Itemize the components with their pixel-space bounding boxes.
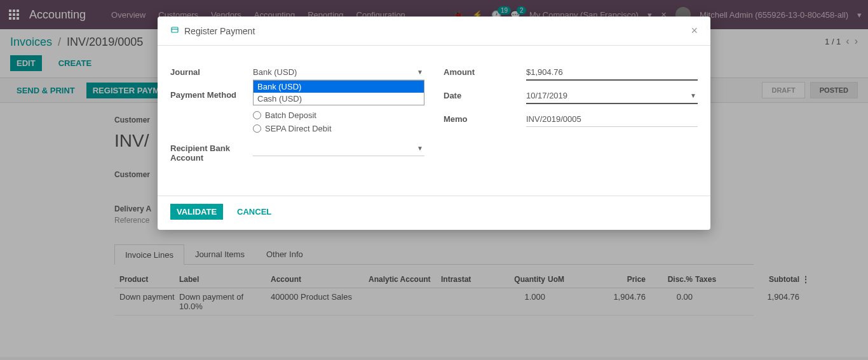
journal-option-cash[interactable]: Cash (USD) xyxy=(254,93,424,105)
pm-sepa-label: SEPA Direct Debit xyxy=(265,124,332,133)
modal-footer: VALIDATE CANCEL xyxy=(158,196,710,230)
memo-input[interactable] xyxy=(526,112,698,127)
svg-rect-9 xyxy=(172,27,178,32)
modal-body: Journal ▼ Bank (USD) Cash (USD) Payment … xyxy=(158,46,710,196)
payment-method-label: Payment Method xyxy=(170,88,253,100)
recipient-bank-input[interactable] xyxy=(253,141,424,156)
amount-row: Amount xyxy=(444,65,698,81)
date-row: Date ▼ xyxy=(444,88,698,104)
memo-control xyxy=(526,112,698,127)
journal-row: Journal ▼ Bank (USD) Cash (USD) xyxy=(170,65,424,80)
memo-row: Memo xyxy=(444,112,698,127)
recipient-bank-label: Recipient Bank Account xyxy=(170,141,253,163)
journal-control: ▼ Bank (USD) Cash (USD) xyxy=(253,65,424,80)
journal-dropdown: Bank (USD) Cash (USD) xyxy=(253,80,424,105)
journal-input[interactable] xyxy=(253,65,424,80)
pm-batch-deposit[interactable]: Batch Deposit xyxy=(253,110,424,120)
recipient-bank-row: Recipient Bank Account ▼ xyxy=(170,141,424,163)
date-input[interactable] xyxy=(526,88,698,104)
register-payment-modal: Register Payment × Journal ▼ Bank (USD) … xyxy=(158,17,710,230)
journal-label: Journal xyxy=(170,65,253,77)
pm-batch-label: Batch Deposit xyxy=(265,110,316,120)
amount-control xyxy=(526,65,698,81)
memo-label: Memo xyxy=(444,112,526,124)
recipient-bank-control: ▼ xyxy=(253,141,424,156)
amount-input[interactable] xyxy=(526,65,698,81)
modal-left-col: Journal ▼ Bank (USD) Cash (USD) Payment … xyxy=(170,65,424,170)
pm-batch-radio[interactable] xyxy=(253,111,261,119)
journal-option-bank[interactable]: Bank (USD) xyxy=(254,81,424,93)
date-control: ▼ xyxy=(526,88,698,104)
close-icon[interactable]: × xyxy=(691,24,698,37)
cancel-button[interactable]: CANCEL xyxy=(231,204,278,220)
modal-header: Register Payment × xyxy=(158,17,710,46)
pm-sepa-radio[interactable] xyxy=(253,124,261,133)
validate-button[interactable]: VALIDATE xyxy=(170,204,223,220)
modal-title: Register Payment xyxy=(184,26,255,36)
amount-label: Amount xyxy=(444,65,526,77)
modal-right-col: Amount Date ▼ Memo xyxy=(444,65,698,170)
pm-sepa[interactable]: SEPA Direct Debit xyxy=(253,124,424,133)
payment-icon xyxy=(170,25,179,36)
date-label: Date xyxy=(444,88,526,100)
